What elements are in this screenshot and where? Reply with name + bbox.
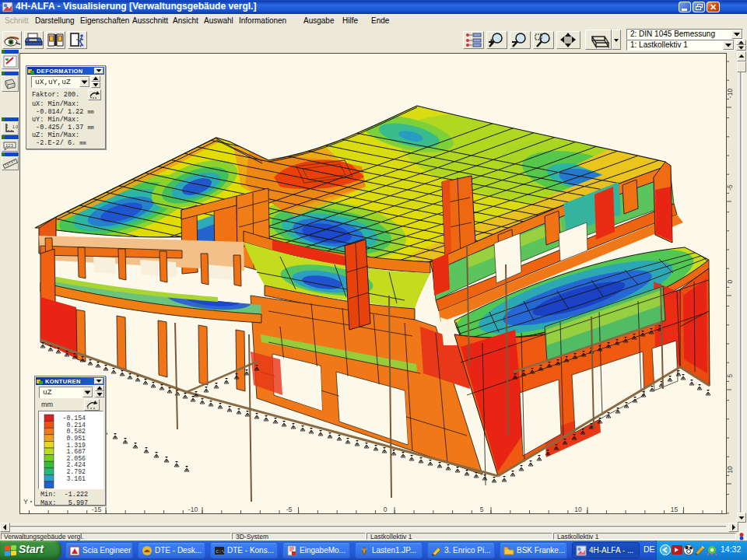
svg-text:C:\: C:\ [216, 549, 225, 555]
svg-text:10: 10 [574, 506, 582, 513]
svg-text:-5: -5 [286, 506, 293, 513]
svg-text:Y: Y [23, 498, 28, 506]
svg-text:10: 10 [726, 466, 734, 474]
svg-text:5: 5 [480, 506, 484, 513]
svg-text:0: 0 [384, 506, 388, 513]
svg-text:5: 5 [726, 373, 734, 377]
svg-text:15: 15 [671, 506, 679, 513]
svg-text:-5: -5 [726, 184, 734, 191]
svg-text:-10: -10 [188, 506, 198, 513]
svg-text:0: 0 [726, 279, 734, 283]
svg-text:3.161: 3.161 [66, 475, 86, 482]
svg-text:-15: -15 [92, 506, 102, 513]
svg-text:-10: -10 [726, 89, 734, 99]
